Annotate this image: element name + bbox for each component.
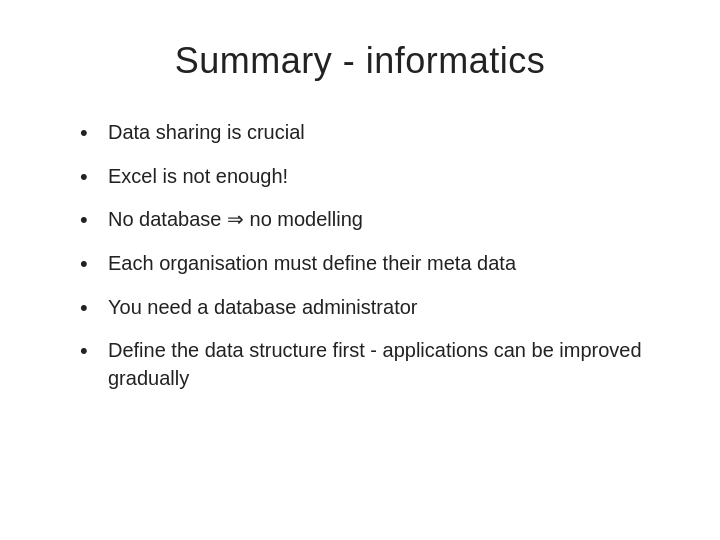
- list-item: •Data sharing is crucial: [80, 118, 660, 148]
- bullet-text: Excel is not enough!: [108, 162, 660, 190]
- bullet-text: Define the data structure first - applic…: [108, 336, 660, 392]
- bullet-list: •Data sharing is crucial•Excel is not en…: [80, 118, 660, 406]
- list-item: •Define the data structure first - appli…: [80, 336, 660, 392]
- bullet-text: You need a database administrator: [108, 293, 660, 321]
- bullet-dot: •: [80, 205, 98, 235]
- list-item: •Each organisation must define their met…: [80, 249, 660, 279]
- list-item: •Excel is not enough!: [80, 162, 660, 192]
- bullet-text: Each organisation must define their meta…: [108, 249, 660, 277]
- bullet-dot: •: [80, 249, 98, 279]
- bullet-text: Data sharing is crucial: [108, 118, 660, 146]
- bullet-dot: •: [80, 162, 98, 192]
- bullet-text: No database ⇒ no modelling: [108, 205, 660, 233]
- list-item: •You need a database administrator: [80, 293, 660, 323]
- bullet-dot: •: [80, 336, 98, 366]
- bullet-dot: •: [80, 293, 98, 323]
- bullet-dot: •: [80, 118, 98, 148]
- list-item: •No database ⇒ no modelling: [80, 205, 660, 235]
- slide-title: Summary - informatics: [60, 40, 660, 82]
- slide: Summary - informatics •Data sharing is c…: [0, 0, 720, 540]
